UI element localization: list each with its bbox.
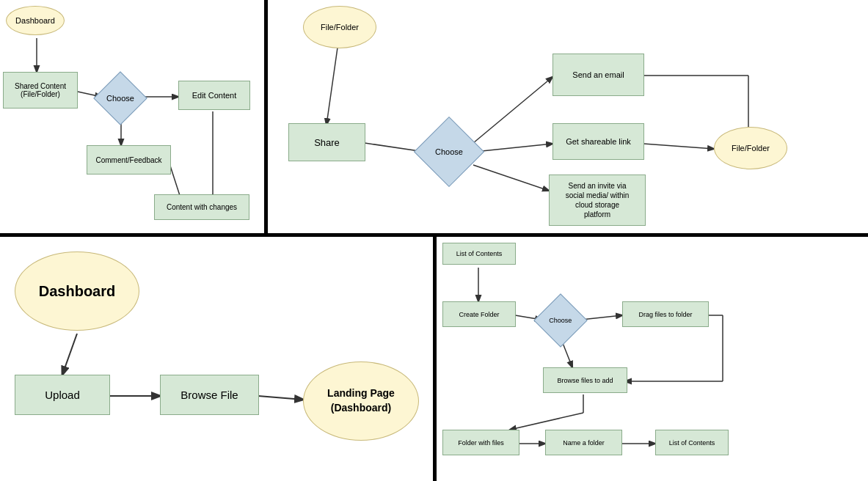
svg-line-15 [62, 334, 77, 375]
br-create-folder: Create Folder [442, 301, 516, 327]
svg-line-12 [643, 144, 714, 149]
tl-shared-content: Shared Content(File/Folder) [3, 72, 78, 109]
bl-upload: Upload [15, 375, 110, 415]
tr-send-invite: Send an invite viasocial media/ withincl… [549, 175, 646, 226]
top-right-quadrant: File/Folder Share Choose Send an email G… [268, 0, 868, 233]
br-list-bottom: List of Contents [655, 430, 729, 455]
svg-line-17 [258, 396, 303, 400]
tr-share: Share [288, 123, 365, 161]
svg-line-7 [327, 48, 338, 125]
svg-line-10 [475, 144, 552, 152]
tr-filefolder-top: File/Folder [303, 6, 376, 48]
tr-send-email: Send an email [552, 54, 644, 96]
tl-edit-content: Edit Content [178, 81, 250, 110]
bl-landing-page: Landing Page(Dashboard) [303, 361, 419, 441]
bottom-right-quadrant: List of Contents Create Folder Choose Dr… [437, 237, 868, 481]
top-left-quadrant: Dashboard Shared Content(File/Folder) Ch… [0, 0, 264, 233]
tl-content-changes: Content with changes [154, 194, 249, 220]
svg-line-11 [473, 165, 549, 191]
tl-dashboard: Dashboard [6, 6, 65, 35]
tr-shareable-link: Get shareable link [552, 123, 644, 160]
bl-browse-file: Browse File [160, 375, 259, 415]
tl-comment-feedback: Comment/Feedback [87, 145, 171, 175]
br-choose-diamond: Choose [533, 293, 588, 348]
bottom-left-quadrant: Dashboard Upload Browse File Landing Pag… [0, 237, 433, 481]
br-folder-files: Folder with files [442, 430, 519, 455]
svg-line-20 [581, 315, 622, 320]
bl-dashboard: Dashboard [15, 251, 139, 331]
svg-line-26 [510, 413, 583, 430]
tr-filefolder-right: File/Folder [714, 127, 787, 169]
tl-choose-diamond: Choose [93, 71, 147, 125]
br-drag-files: Drag files to folder [622, 301, 709, 327]
br-browse-files: Browse files to add [543, 367, 627, 393]
br-list-top: List of Contents [442, 243, 516, 265]
svg-line-9 [473, 77, 552, 143]
br-name-folder: Name a folder [545, 430, 622, 455]
tr-choose-diamond: Choose [414, 117, 484, 187]
